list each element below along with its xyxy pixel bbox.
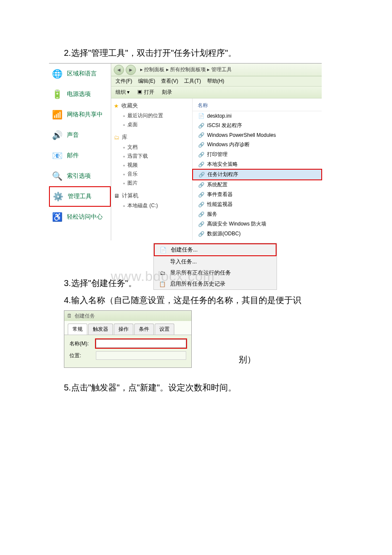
file-item[interactable]: 🔗事件查看器 (193, 190, 322, 199)
nav-item[interactable]: ▫图片 (123, 179, 190, 188)
nav-item-icon: ▫ (123, 145, 125, 150)
cp-item-6[interactable]: ⚙️管理工具 (49, 186, 111, 207)
nav-item[interactable]: ▫音乐 (123, 170, 190, 179)
nav-item[interactable]: ▫桌面 (123, 120, 190, 129)
cp-item-5[interactable]: 🔍索引选项 (49, 166, 111, 186)
cp-item-7[interactable]: ♿轻松访问中心 (49, 207, 111, 227)
library-group[interactable]: 🗂库 (114, 133, 190, 141)
cp-item-label: 电源选项 (67, 90, 91, 98)
toolbar-item[interactable]: 刻录 (162, 89, 172, 96)
nav-item-icon: ▫ (123, 113, 125, 119)
dialog-icon: 🗓 (67, 313, 72, 319)
cp-item-label: 邮件 (67, 152, 79, 159)
nav-item[interactable]: ▫迅雷下载 (123, 152, 190, 161)
file-name: 任务计划程序 (208, 171, 238, 178)
name-label: 名称(M): (69, 340, 92, 347)
tab-设置[interactable]: 设置 (155, 324, 174, 335)
file-item[interactable]: 🔗任务计划程序 (193, 169, 322, 180)
file-name: 本地安全策略 (207, 161, 238, 168)
cp-category-list: 🌐区域和语言🔋电源选项📶网络和共享中🔊声音📧邮件🔍索引选项⚙️管理工具♿轻松访问… (49, 64, 111, 240)
nav-item[interactable]: ▫最近访问的位置 (123, 111, 190, 120)
nav-item-icon: ▫ (123, 171, 125, 177)
file-name: desktop.ini (207, 113, 231, 119)
context-menu: 📄创建任务...导入任务...🗂显示所有正在运行的任务📋启用所有任务历史记录 (153, 243, 277, 290)
nav-item[interactable]: ▫文档 (123, 143, 190, 152)
nav-item-label: 迅雷下载 (127, 153, 148, 160)
context-menu-item[interactable]: 📋启用所有任务历史记录 (154, 278, 277, 289)
context-menu-item[interactable]: 🗂显示所有正在运行的任务 (154, 267, 277, 278)
nav-item[interactable]: ▫视频 (123, 161, 190, 170)
file-item[interactable]: 🔗iSCSI 发起程序 (193, 121, 322, 130)
dialog-title: 创建任务 (75, 312, 95, 320)
file-item[interactable]: 🔗数据源(ODBC) (193, 229, 322, 239)
file-item[interactable]: 🔗服务 (193, 209, 322, 219)
menu-item[interactable]: 文件(F) (115, 78, 132, 85)
name-input[interactable] (96, 339, 186, 348)
file-item[interactable]: 🔗打印管理 (193, 150, 322, 159)
nav-item-icon: ▫ (123, 122, 125, 128)
menu-item[interactable]: 工具(T) (184, 78, 201, 85)
context-menu-item[interactable]: 导入任务... (154, 256, 277, 267)
location-input (96, 351, 186, 360)
control-panel-screenshot: 🌐区域和语言🔋电源选项📶网络和共享中🔊声音📧邮件🔍索引选项⚙️管理工具♿轻松访问… (49, 63, 322, 240)
menu-item[interactable]: 编辑(E) (138, 78, 155, 85)
file-item[interactable]: 🔗性能监视器 (193, 199, 322, 209)
menu-item-icon: 🗂 (158, 269, 167, 276)
computer-group[interactable]: 🖥计算机 (114, 192, 190, 199)
file-item[interactable]: 🔗Windows PowerShell Modules (193, 130, 322, 140)
cp-item-1[interactable]: 🔋电源选项 (49, 84, 111, 104)
cp-item-2[interactable]: 📶网络和共享中 (49, 104, 111, 125)
toolbar-item[interactable]: ▣ 打开 (137, 89, 154, 96)
cp-item-3[interactable]: 🔊声音 (49, 125, 111, 145)
cp-item-label: 轻松访问中心 (67, 213, 103, 221)
file-icon: 🔗 (198, 161, 205, 168)
cp-item-icon: 🌐 (51, 67, 63, 80)
nav-item-label: 文档 (127, 144, 138, 151)
menu-bar: 文件(F)编辑(E)查看(V)工具(T)帮助(H) (111, 76, 322, 87)
nav-pane: ★收藏夹 ▫最近访问的位置▫桌面 🗂库 ▫文档▫迅雷下载▫视频▫音乐▫图片 🖥计… (111, 98, 192, 240)
file-icon: 🔗 (198, 201, 205, 208)
dialog-tabs: 常规触发器操作条件设置 (64, 321, 191, 335)
file-item[interactable]: 🔗系统配置 (193, 180, 322, 190)
menu-item-icon (158, 258, 167, 265)
favorites-group[interactable]: ★收藏夹 (114, 102, 190, 110)
breadcrumb[interactable]: ▸ 控制面板 ▸ 所有控制面板项 ▸ 管理工具 (140, 66, 232, 73)
tab-条件[interactable]: 条件 (134, 324, 154, 335)
menu-item-label: 创建任务... (171, 246, 198, 254)
menu-item[interactable]: 查看(V) (161, 78, 178, 85)
nav-item-icon: ▫ (123, 203, 125, 209)
menu-item[interactable]: 帮助(H) (207, 78, 225, 85)
file-icon: 🔗 (198, 132, 205, 139)
back-button[interactable]: ◄ (114, 65, 124, 75)
cp-item-label: 网络和共享中 (67, 111, 103, 119)
file-item[interactable]: 📄desktop.ini (193, 111, 322, 121)
menu-item-icon: 📋 (158, 280, 167, 287)
forward-button[interactable]: ► (126, 65, 136, 75)
tab-常规[interactable]: 常规 (68, 324, 87, 335)
menu-item-label: 显示所有正在运行的任务 (170, 269, 231, 277)
file-icon: 🔗 (198, 142, 205, 148)
cp-item-0[interactable]: 🌐区域和语言 (49, 64, 111, 84)
step-5-text: 5.点击"触发器"，点"新建"。设定次数和时间。 (64, 381, 392, 394)
step-2-text: 2.选择"管理工具"，双击打开"任务计划程序"。 (64, 46, 392, 60)
cp-item-4[interactable]: 📧邮件 (49, 145, 111, 166)
file-item[interactable]: 🔗高级安全 Windows 防火墙 (193, 219, 322, 229)
file-name: 系统配置 (207, 181, 228, 188)
menu-item-icon: 📄 (159, 246, 167, 253)
file-item[interactable]: 🔗本地安全策略 (193, 159, 322, 169)
nav-item[interactable]: ▫本地磁盘 (C:) (123, 201, 190, 210)
nav-item-icon: ▫ (123, 153, 125, 159)
file-name: 服务 (207, 211, 217, 218)
context-menu-item[interactable]: 📄创建任务... (154, 243, 277, 256)
step-3-text: 3.选择"创建任务"。 (64, 276, 137, 290)
file-item[interactable]: 🔗Windows 内存诊断 (193, 140, 322, 150)
column-header-name[interactable]: 名称 (193, 100, 322, 111)
menu-item-label: 启用所有任务历史记录 (170, 280, 225, 288)
step-4-suffix: 别） (239, 354, 256, 365)
tab-触发器[interactable]: 触发器 (88, 324, 113, 335)
file-name: iSCSI 发起程序 (207, 122, 242, 129)
toolbar: 组织 ▾▣ 打开刻录 (111, 87, 322, 98)
toolbar-item[interactable]: 组织 ▾ (115, 89, 130, 96)
tab-操作[interactable]: 操作 (114, 324, 133, 335)
nav-item-label: 桌面 (127, 121, 138, 128)
